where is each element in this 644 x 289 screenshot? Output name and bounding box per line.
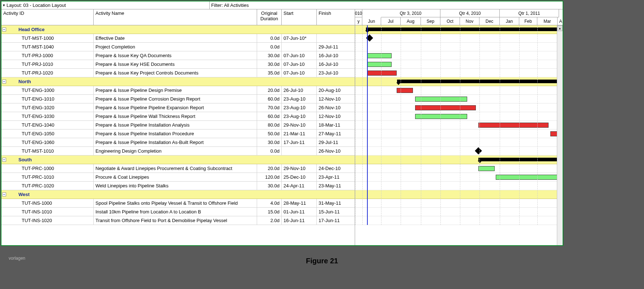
timescale-month: Jul <box>381 17 401 25</box>
col-start[interactable]: Start <box>282 9 317 25</box>
cell-activity-id: TUT-ENG-1060 <box>1 138 94 146</box>
group-label: South <box>8 157 32 162</box>
table-row[interactable]: TUT-ENG-1030Prepare & Issue Pipeline Wal… <box>1 112 355 121</box>
group-header[interactable]: −Head Office <box>1 25 355 34</box>
gridline <box>401 25 401 225</box>
task-bar[interactable] <box>496 175 563 180</box>
group-header[interactable]: −North <box>1 77 355 86</box>
table-row[interactable]: TUT-ENG-1010Prepare & Issue Pipeline Cor… <box>1 95 355 103</box>
table-row[interactable]: TUT-INS-1020Transit from Offshore Field … <box>1 216 355 225</box>
group-label: North <box>8 79 31 84</box>
col-activity-name[interactable]: Activity Name <box>94 9 257 25</box>
task-bar[interactable] <box>415 114 467 119</box>
figure-caption: Figure 21 <box>0 257 644 265</box>
cell-activity-name: Prepare & Issue Pipeline Pipeline Expans… <box>94 103 257 112</box>
collapse-icon[interactable]: − <box>2 158 6 162</box>
table-row[interactable]: TUT-PRJ-1000Prepare & Issue Key QA Docum… <box>1 51 355 60</box>
cell-activity-id: TUT-ENG-1010 <box>1 95 94 103</box>
cell-duration: 0.0d <box>257 147 282 155</box>
gridline <box>362 25 363 225</box>
gantt-window: ▾ Layout: 03 - Location Layout Filter: A… <box>1 1 563 246</box>
cell-duration: 50.0d <box>257 129 282 138</box>
table-row[interactable]: TUT-PRC-1010Procure & Coat Linepipes120.… <box>1 173 355 182</box>
layout-selector[interactable]: ▾ Layout: 03 - Location Layout <box>1 1 210 9</box>
gantt-chart[interactable]: 010Qtr 3, 2010Qtr 4, 2010Qtr 1, 2011yJun… <box>355 9 563 245</box>
gantt-row <box>355 216 563 225</box>
critical-bar[interactable] <box>397 88 413 93</box>
table-row[interactable]: TUT-PRJ-1020Prepare & Issue Key Project … <box>1 69 355 77</box>
timescale-month: Sep <box>421 17 440 25</box>
gantt-row <box>355 43 563 51</box>
critical-bar[interactable] <box>478 123 549 128</box>
task-bar[interactable] <box>415 97 467 102</box>
gantt-summary-row <box>355 25 563 34</box>
cell-finish: 16-Jul-10 <box>317 60 355 68</box>
gantt-summary-row <box>355 77 563 86</box>
table-row[interactable]: TUT-ENG-1060Prepare & Issue Pipeline Ins… <box>1 138 355 147</box>
group-header[interactable]: −South <box>1 156 355 164</box>
gantt-row <box>355 34 563 43</box>
critical-bar[interactable] <box>367 71 397 76</box>
gantt-body <box>355 25 563 225</box>
filter-label: Filter: All Activities <box>211 3 249 8</box>
cell-activity-id: TUT-ENG-1030 <box>1 112 94 120</box>
cell-activity-name: Prepare & Issue Pipeline Installation Pr… <box>94 129 257 138</box>
cell-duration: 30.0d <box>257 60 282 68</box>
vertical-scrollbar[interactable]: ▴ <box>557 25 563 245</box>
cell-activity-id: TUT-INS-1020 <box>1 216 94 225</box>
table-row[interactable]: TUT-PRC-1020Weld Linepipes into Pipeline… <box>1 182 355 190</box>
table-row[interactable]: TUT-ENG-1020Prepare & Issue Pipeline Pip… <box>1 103 355 112</box>
col-activity-id[interactable]: Activity ID <box>1 9 94 25</box>
table-row[interactable]: TUT-INS-1000Spool Pipeline Stalks onto P… <box>1 199 355 208</box>
cell-start: 23-Aug-10 <box>282 95 317 103</box>
cell-activity-id: TUT-PRJ-1000 <box>1 51 94 60</box>
table-row[interactable]: TUT-MST-1010Engineering Design Completio… <box>1 147 355 156</box>
task-bar[interactable] <box>367 53 392 58</box>
cell-start: 29-Nov-10 <box>282 121 317 129</box>
cell-finish: 12-Nov-10 <box>317 95 355 103</box>
table-row[interactable]: TUT-ENG-1000Prepare & Issue Pipeline Des… <box>1 86 355 95</box>
table-row[interactable]: TUT-ENG-1040Prepare & Issue Pipeline Ins… <box>1 121 355 129</box>
timescale-quarter: Qtr 1, 2011 <box>500 9 559 17</box>
table-row[interactable]: TUT-INS-1010Install 10km Pipeline from L… <box>1 208 355 216</box>
task-bar[interactable] <box>367 62 392 67</box>
data-date-line <box>367 25 368 225</box>
filter-selector[interactable]: Filter: All Activities <box>210 1 563 9</box>
group-header[interactable]: −West <box>1 190 355 199</box>
scroll-up-icon[interactable]: ▴ <box>557 25 563 31</box>
table-row[interactable]: TUT-PRJ-1010Prepare & Issue Key HSE Docu… <box>1 60 355 69</box>
gantt-row <box>355 86 563 95</box>
timescale: 010Qtr 3, 2010Qtr 4, 2010Qtr 1, 2011yJun… <box>355 9 563 25</box>
cell-start: 26-Jul-10 <box>282 86 317 94</box>
gantt-row <box>355 95 563 103</box>
collapse-icon[interactable]: − <box>2 192 6 196</box>
table-row[interactable]: TUT-PRC-1000Negotiate & Award Linepipes … <box>1 164 355 173</box>
cell-duration: 0.0d <box>257 34 282 42</box>
critical-bar[interactable] <box>415 105 476 110</box>
collapse-icon[interactable]: − <box>2 27 6 31</box>
cell-finish: 31-May-11 <box>317 199 355 207</box>
cell-start: 25-Dec-10 <box>282 173 317 181</box>
group-label: Head Office <box>8 27 44 32</box>
col-finish[interactable]: Finish <box>317 9 355 25</box>
col-original-duration[interactable]: Original Duration <box>257 9 282 25</box>
milestone-icon <box>475 147 482 154</box>
gridline <box>500 25 500 225</box>
cell-activity-id: TUT-MST-1000 <box>1 34 94 42</box>
cell-duration: 30.0d <box>257 182 282 190</box>
table-row[interactable]: TUT-MST-1040Project Completion0.0d29-Jul… <box>1 43 355 51</box>
cell-activity-name: Effective Date <box>94 34 257 42</box>
toolbar: ▾ Layout: 03 - Location Layout Filter: A… <box>1 1 563 9</box>
gantt-row <box>355 69 563 77</box>
cell-start <box>282 147 317 155</box>
collapse-icon[interactable]: − <box>2 80 6 84</box>
gantt-row <box>355 173 563 182</box>
cell-duration: 70.0d <box>257 103 282 112</box>
table-row[interactable]: TUT-MST-1000Effective Date0.0d07-Jun-10* <box>1 34 355 43</box>
table-row[interactable]: TUT-ENG-1050Prepare & Issue Pipeline Ins… <box>1 129 355 138</box>
cell-duration: 20.0d <box>257 164 282 173</box>
task-bar[interactable] <box>478 166 495 171</box>
cell-activity-id: TUT-ENG-1050 <box>1 129 94 138</box>
cell-activity-name: Negotiate & Award Linepipes Procurement … <box>94 164 257 173</box>
timescale-month: Feb <box>519 17 537 25</box>
